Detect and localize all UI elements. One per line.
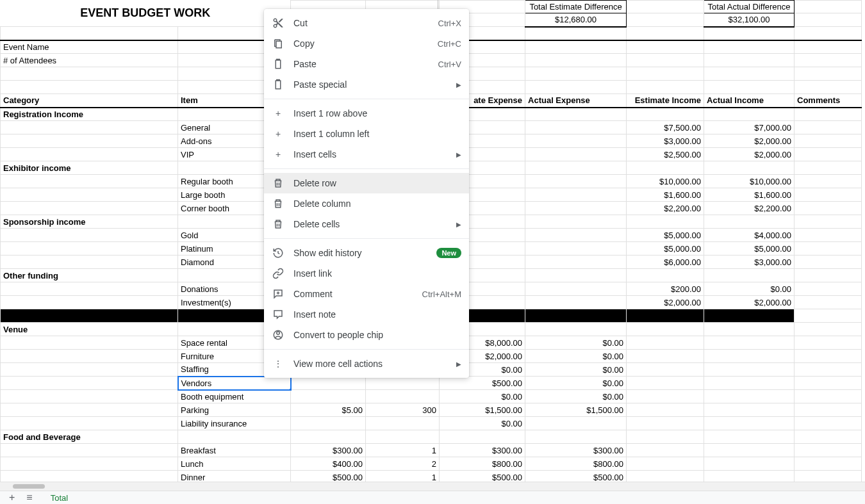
menu-delete-row[interactable]: Delete row [264,173,469,193]
menu-label: Delete column [293,199,461,209]
menu-label: Paste special [293,79,451,90]
menu-label: Show edit history [293,248,436,258]
menu-separator [264,238,469,239]
paste-icon [272,58,284,70]
history-icon [272,247,284,259]
menu-shortcut: Ctrl+Alt+M [422,289,461,299]
menu-label: Insert link [293,268,461,279]
menu-label: Paste [293,59,438,69]
menu-insert-cells[interactable]: + Insert cells ▶ [264,144,469,165]
table-row: Breakfast$300.001$300.00$300.00 [1,444,862,457]
link-icon [272,267,284,280]
menu-shortcut: Ctrl+X [438,19,461,28]
chevron-right-icon: ▶ [456,361,461,368]
col-act-expense: Actual Expense [525,94,627,108]
table-row: Lunch$400.002$800.00$800.00 [1,457,862,471]
col-comments: Comments [795,94,862,108]
paste-icon [272,78,284,91]
menu-edit-history[interactable]: Show edit history New [264,243,469,263]
plus-icon: + [272,107,284,120]
table-row: Vendors$500.00$0.00 [1,377,862,390]
sheet-tab-active[interactable]: Total [44,492,74,504]
category-exhibitor: Exhibitor income [1,161,178,175]
menu-label: Insert 1 row above [293,108,461,118]
menu-label: Delete cells [293,219,451,229]
col-est-income: Estimate Income [627,94,704,108]
table-row: Parking$5.00300$1,500.00$1,500.00 [1,403,862,417]
page-title: EVENT BUDGET WORK [1,1,291,27]
menu-delete-column[interactable]: Delete column [264,193,469,214]
context-menu: Cut Ctrl+X Copy Ctrl+C Paste Ctrl+V Past… [264,9,469,378]
trash-icon [272,218,284,231]
menu-people-chip[interactable]: Convert to people chip [264,325,469,345]
menu-more-actions[interactable]: ⋮ View more cell actions ▶ [264,354,469,374]
category-food: Food and Beverage [1,430,178,444]
menu-copy[interactable]: Copy Ctrl+C [264,33,469,54]
total-est-diff-value: $12,680.00 [525,13,627,27]
cut-icon [272,17,284,29]
new-badge: New [436,248,461,258]
note-icon [272,308,284,321]
menu-paste-special[interactable]: Paste special ▶ [264,74,469,95]
menu-shortcut: Ctrl+C [438,39,461,49]
table-row: Booth equipment$0.00$0.00 [1,390,862,403]
menu-label: View more cell actions [293,359,451,369]
scrollbar-thumb[interactable] [13,484,45,489]
menu-delete-cells[interactable]: Delete cells ▶ [264,214,469,234]
menu-comment[interactable]: Comment Ctrl+Alt+M [264,284,469,304]
total-est-diff-label: Total Estimate Difference [525,1,627,13]
menu-label: Insert cells [293,149,451,159]
category-venue: Venue [1,323,178,336]
menu-shortcut: Ctrl+V [438,60,461,69]
col-category: Category [1,94,178,108]
menu-paste[interactable]: Paste Ctrl+V [264,54,469,74]
plus-icon: + [272,127,284,140]
menu-insert-note[interactable]: Insert note [264,304,469,325]
svg-point-0 [277,332,280,335]
total-act-diff-value: $32,100.00 [704,13,795,27]
category-registration: Registration Income [1,108,178,121]
menu-label: Insert 1 column left [293,129,461,139]
selected-cell[interactable]: Vendors [178,377,291,390]
total-act-diff-label: Total Actual Difference [704,1,795,13]
menu-label: Delete row [293,178,461,188]
attendees-label: # of Attendees [1,54,178,67]
menu-cut[interactable]: Cut Ctrl+X [264,13,469,33]
spreadsheet-grid[interactable]: EVENT BUDGET WORK Total Estimate Differe… [0,0,865,491]
person-icon [272,329,284,341]
menu-insert-column[interactable]: + Insert 1 column left [264,124,469,144]
table-row: Liability insurance$0.00 [1,417,862,430]
event-name-label: Event Name [1,40,178,54]
cell-fill-handle[interactable] [289,388,291,390]
menu-separator [264,168,469,169]
trash-icon [272,177,284,190]
menu-separator [264,349,469,350]
category-other: Other funding [1,269,178,282]
menu-label: Comment [293,289,422,299]
comment-icon [272,288,284,300]
plus-icon: + [272,148,284,161]
chevron-right-icon: ▶ [456,151,461,158]
sheet-tab-bar: + ≡ Total [0,491,865,504]
horizontal-scrollbar[interactable] [0,482,865,491]
menu-insert-row[interactable]: + Insert 1 row above [264,103,469,124]
add-sheet-button[interactable]: + [9,492,15,503]
menu-label: Copy [293,38,438,49]
menu-label: Convert to people chip [293,330,461,340]
menu-label: Cut [293,18,438,28]
more-icon: ⋮ [272,357,284,370]
trash-icon [272,197,284,210]
col-act-income: Actual Income [704,94,795,108]
menu-label: Insert note [293,309,461,320]
chevron-right-icon: ▶ [456,221,461,228]
category-sponsorship: Sponsorship income [1,215,178,229]
menu-separator [264,99,469,99]
all-sheets-button[interactable]: ≡ [26,492,32,503]
menu-insert-link[interactable]: Insert link [264,263,469,284]
column-border-indicator [438,0,438,10]
chevron-right-icon: ▶ [456,81,461,88]
copy-icon [272,37,284,50]
